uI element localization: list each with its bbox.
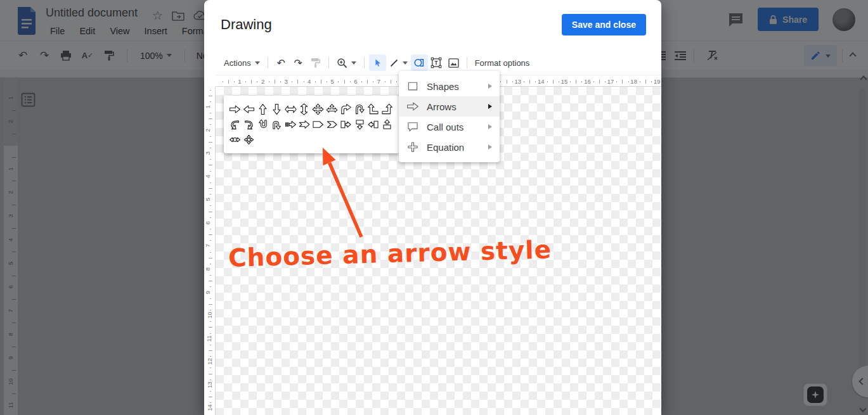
- menu-item-call-outs[interactable]: Call outs: [399, 117, 500, 137]
- undo-icon[interactable]: ↶: [273, 54, 290, 71]
- shape-down-arrow-callout[interactable]: [353, 117, 366, 132]
- left-right-arrow-callout-icon: [229, 134, 241, 146]
- shape-up-down-arrow[interactable]: [297, 101, 311, 117]
- ruler-number: 1: [204, 105, 211, 108]
- menu-item-equation[interactable]: Equation: [399, 137, 500, 157]
- curved-up-arrow-icon: [257, 118, 269, 131]
- line-tool-button[interactable]: [386, 54, 411, 71]
- shape-curved-down-arrow[interactable]: [269, 117, 283, 132]
- screen: Untitled document ☆ FileEditViewInsertFo…: [0, 0, 868, 415]
- shape-quad-arrow[interactable]: [311, 101, 325, 117]
- shape-notched-right-arrow[interactable]: [297, 117, 311, 132]
- shape-left-right-up-arrow[interactable]: [325, 101, 339, 117]
- shape-u-turn-arrow[interactable]: [353, 101, 366, 117]
- curved-left-arrow-icon: [229, 118, 241, 131]
- shape-right-arrow-callout[interactable]: [339, 117, 353, 132]
- shape-up-arrow-callout[interactable]: [380, 117, 394, 132]
- image-tool-button[interactable]: [445, 54, 462, 71]
- callout-icon: [406, 120, 419, 133]
- ruler-number: 1: [238, 78, 241, 85]
- ruler-number: 16: [584, 78, 591, 85]
- shape-right-arrow[interactable]: [228, 101, 242, 117]
- plus-icon: [406, 141, 419, 153]
- image-icon: [448, 58, 459, 68]
- submenu-arrow-icon: [488, 144, 492, 150]
- left-arrow-icon: [243, 103, 255, 115]
- shape-tool-button[interactable]: [411, 54, 428, 71]
- zoom-icon: [337, 58, 347, 68]
- shape-category-menu: ShapesArrowsCall outsEquation: [399, 71, 500, 162]
- ruler-number: 14: [206, 405, 213, 412]
- u-turn-arrow-icon: [354, 103, 366, 115]
- ruler-number: 5: [331, 78, 334, 85]
- shape-curved-left-arrow[interactable]: [228, 117, 242, 132]
- down-arrow-icon: [271, 103, 283, 115]
- save-and-close-button[interactable]: Save and close: [562, 14, 646, 35]
- shape-left-up-arrow[interactable]: [366, 101, 380, 117]
- notched-right-arrow-icon: [298, 118, 310, 131]
- arrow-right-icon: [406, 100, 419, 113]
- menu-item-label: Equation: [427, 142, 481, 153]
- drawing-toolbar: Actions ↶ ↷: [204, 52, 661, 73]
- striped-right-arrow-icon: [285, 118, 297, 131]
- zoom-tool-button[interactable]: [334, 54, 360, 71]
- cursor-icon: [373, 58, 382, 68]
- submenu-arrow-icon: [488, 104, 492, 109]
- chevron-down-icon: [403, 61, 408, 65]
- shape-pentagon[interactable]: [311, 117, 325, 132]
- ruler-number: 7: [204, 244, 211, 247]
- shape-curved-up-arrow[interactable]: [256, 117, 270, 132]
- text-box-icon: [431, 57, 442, 68]
- shape-striped-right-arrow[interactable]: [283, 117, 297, 132]
- shape-left-arrow[interactable]: [242, 101, 256, 117]
- submenu-arrow-icon: [488, 84, 492, 89]
- curved-right-arrow-icon: [243, 118, 255, 131]
- redo-icon[interactable]: ↷: [290, 54, 307, 71]
- drawing-dialog: Drawing Save and close Actions ↶ ↷: [204, 0, 661, 415]
- ruler-number: 10: [206, 312, 213, 319]
- shape-left-right-arrow[interactable]: [283, 101, 297, 117]
- shape-down-arrow[interactable]: [269, 101, 283, 117]
- pentagon-icon: [312, 118, 324, 131]
- actions-label: Actions: [224, 58, 251, 68]
- menu-item-label: Arrows: [427, 101, 481, 112]
- chevron-down-icon: [351, 61, 356, 65]
- right-arrow-callout-icon: [340, 118, 352, 131]
- text-box-tool-button[interactable]: [428, 54, 445, 71]
- ruler-number: 13: [206, 381, 213, 388]
- shape-up-arrow[interactable]: [256, 101, 270, 117]
- ruler-number: 18: [630, 78, 637, 85]
- left-right-arrow-icon: [285, 103, 297, 115]
- shape-left-arrow-callout[interactable]: [366, 117, 380, 132]
- up-arrow-callout-icon: [381, 118, 393, 131]
- paint-format-icon[interactable]: [307, 54, 324, 71]
- shape-bent-arrow[interactable]: [339, 101, 353, 117]
- shape-left-right-arrow-callout[interactable]: [228, 132, 242, 147]
- shape-icon: [413, 58, 425, 68]
- ruler-number: 6: [204, 221, 211, 224]
- menu-item-arrows[interactable]: Arrows: [399, 96, 500, 117]
- right-arrow-icon: [229, 103, 241, 115]
- square-icon: [406, 80, 419, 93]
- ruler-number: 8: [204, 267, 211, 271]
- menu-item-shapes[interactable]: Shapes: [399, 76, 500, 96]
- ruler-number: 3: [284, 78, 287, 85]
- left-right-up-arrow-icon: [326, 103, 338, 115]
- drawing-vertical-ruler[interactable]: 1234567891011121314: [204, 87, 216, 415]
- shape-bent-up-arrow[interactable]: [380, 101, 394, 117]
- shape-curved-right-arrow[interactable]: [242, 117, 256, 132]
- shape-quad-arrow-callout[interactable]: [242, 132, 256, 147]
- dialog-title: Drawing: [221, 16, 272, 33]
- quad-arrow-icon: [312, 103, 324, 115]
- actions-menu-button[interactable]: Actions: [221, 54, 263, 71]
- ruler-number: 4: [204, 175, 211, 178]
- select-tool-button[interactable]: [369, 54, 386, 71]
- ruler-number: 5: [204, 198, 211, 201]
- shape-chevron[interactable]: [325, 117, 339, 132]
- ruler-number: 11: [205, 335, 212, 342]
- format-options-button[interactable]: Format options: [472, 54, 533, 71]
- quad-arrow-callout-icon: [243, 134, 255, 146]
- ruler-number: 4: [308, 78, 311, 85]
- ruler-number: 19: [654, 78, 661, 85]
- menu-item-label: Shapes: [427, 81, 481, 92]
